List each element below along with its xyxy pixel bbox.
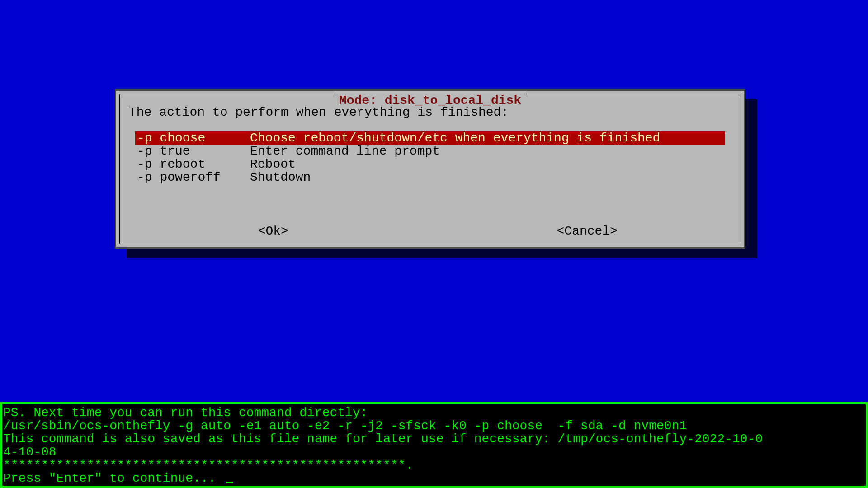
terminal-line: PS. Next time you can run this command d… — [3, 406, 865, 419]
cursor-icon — [226, 482, 233, 483]
terminal-prompt-line[interactable]: Press "Enter" to continue... — [3, 472, 865, 485]
option-p-choose[interactable]: -p choose Choose reboot/shutdown/etc whe… — [135, 131, 725, 145]
option-flag: -p choose — [137, 131, 250, 145]
terminal-prompt-text: Press "Enter" to continue... — [3, 472, 223, 485]
option-desc: Choose reboot/shutdown/etc when everythi… — [250, 131, 660, 145]
option-flag: -p true — [137, 145, 250, 158]
option-flag: -p poweroff — [137, 171, 250, 184]
option-desc: Reboot — [250, 158, 296, 171]
option-p-reboot[interactable]: -p reboot Reboot — [135, 158, 725, 171]
mode-dialog: Mode: disk_to_local_disk The action to p… — [115, 89, 745, 249]
terminal-line: ****************************************… — [3, 459, 865, 472]
terminal-line: /usr/sbin/ocs-onthefly -g auto -e1 auto … — [3, 419, 865, 432]
option-p-poweroff[interactable]: -p poweroff Shutdown — [135, 171, 725, 184]
cancel-button[interactable]: <Cancel> — [430, 224, 745, 238]
option-menu[interactable]: -p choose Choose reboot/shutdown/etc whe… — [135, 131, 725, 184]
dialog-buttons: <Ok> <Cancel> — [116, 224, 744, 238]
terminal-line: 4-10-08 — [3, 446, 865, 459]
terminal-line: This command is also saved as this file … — [3, 432, 865, 446]
option-flag: -p reboot — [137, 158, 250, 171]
option-desc: Enter command line prompt — [250, 145, 440, 158]
option-desc: Shutdown — [250, 171, 311, 184]
screen: Mode: disk_to_local_disk The action to p… — [0, 0, 868, 488]
option-p-true[interactable]: -p true Enter command line prompt — [135, 145, 725, 158]
terminal-panel: PS. Next time you can run this command d… — [0, 402, 868, 488]
dialog-prompt: The action to perform when everything is… — [129, 105, 509, 119]
ok-button[interactable]: <Ok> — [116, 224, 430, 238]
